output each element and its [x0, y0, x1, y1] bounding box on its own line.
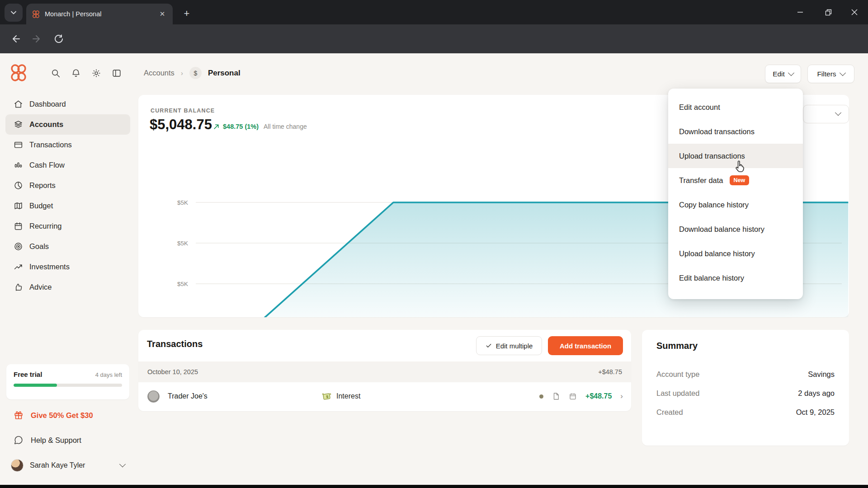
chevron-down-icon [840, 70, 846, 76]
sidebar-item-label: Budget [29, 202, 53, 210]
summary-row: Account typeSavings [656, 370, 835, 379]
breadcrumb-accounts[interactable]: Accounts [144, 69, 175, 77]
tab-search-button[interactable] [5, 4, 23, 22]
new-badge: New [730, 175, 750, 185]
chevron-down-icon [10, 9, 17, 16]
chevron-down-icon [788, 70, 794, 76]
sidebar-item-investments[interactable]: Investments [5, 257, 130, 277]
card-icon [14, 140, 23, 150]
summary-row-value: 2 days ago [798, 389, 835, 398]
add-transaction-button[interactable]: Add transaction [548, 336, 623, 355]
menu-item-download-balance-history[interactable]: Download balance history [668, 217, 803, 241]
sidebar-item-recurring[interactable]: Recurring [5, 216, 130, 236]
map-icon [14, 201, 23, 211]
sidebar-item-label: Recurring [29, 222, 62, 230]
group-date: October 10, 2025 [147, 368, 198, 375]
sidebar-item-dashboard[interactable]: Dashboard [5, 94, 130, 114]
menu-item-copy-balance-history[interactable]: Copy balance history [668, 192, 803, 217]
browser-tab[interactable]: Monarch | Personal ✕ [26, 4, 173, 24]
menu-item-edit-account[interactable]: Edit account [668, 95, 803, 119]
sidebar-item-reports[interactable]: Reports [5, 175, 130, 196]
notifications-bell-icon[interactable] [71, 68, 81, 78]
referral-label: Give 50% Get $30 [31, 411, 93, 420]
sidebar-item-label: Transactions [29, 141, 72, 149]
gift-icon [14, 410, 24, 420]
svg-text:$5K: $5K [177, 240, 188, 247]
filters-button[interactable]: Filters [807, 65, 854, 83]
sidebar-toggle-icon[interactable] [112, 68, 122, 78]
summary-row-label: Account type [656, 370, 699, 379]
note-file-icon[interactable] [552, 392, 560, 400]
check-icon [486, 343, 492, 349]
referral-link[interactable]: Give 50% Get $30 [14, 410, 93, 420]
settings-gear-icon[interactable] [91, 68, 101, 78]
breadcrumb: Accounts › $ Personal [144, 67, 241, 79]
sidebar-item-goals[interactable]: Goals [5, 236, 130, 257]
transaction-row[interactable]: Trader Joe's $ Interest +$48.75 › [138, 382, 631, 410]
sidebar-item-accounts[interactable]: Accounts [5, 114, 130, 135]
sidebar-item-cash-flow[interactable]: Cash Flow [5, 155, 130, 175]
app-root: DashboardAccountsTransactionsCash FlowRe… [0, 53, 868, 485]
cursor-hand-icon [733, 160, 747, 174]
new-tab-button[interactable]: + [180, 7, 193, 20]
menu-item-label: Transfer data [679, 176, 723, 185]
window-close-button[interactable] [844, 5, 864, 20]
free-trial-card: Free trial 4 days left [6, 364, 129, 399]
edit-button[interactable]: Edit [765, 65, 801, 83]
summary-row-label: Last updated [656, 389, 699, 398]
monarch-favicon [32, 10, 40, 19]
edit-dropdown-menu: Edit accountDownload transactionsUpload … [668, 89, 803, 299]
merchant-name: Trader Joe's [168, 392, 208, 400]
sidebar-item-label: Advice [29, 283, 52, 291]
summary-row-value: Oct 9, 2025 [796, 408, 835, 417]
sidebar-item-label: Cash Flow [29, 161, 65, 169]
target-icon [14, 242, 23, 251]
menu-item-label: Download balance history [679, 225, 764, 234]
menu-item-download-transactions[interactable]: Download transactions [668, 119, 803, 144]
breadcrumb-current: Personal [208, 69, 241, 78]
tab-close-icon[interactable]: ✕ [157, 9, 167, 19]
transaction-group-header: October 10, 2025 +$48.75 [138, 361, 631, 382]
monarch-logo[interactable] [9, 63, 28, 82]
svg-text:$5K: $5K [177, 199, 188, 206]
avatar [11, 459, 24, 472]
reload-icon[interactable] [53, 33, 64, 44]
sidebar-item-label: Reports [29, 181, 56, 190]
sidebar-item-transactions[interactable]: Transactions [5, 135, 130, 155]
trial-progress-fill [14, 384, 57, 387]
sidebar-nav: DashboardAccountsTransactionsCash FlowRe… [5, 94, 130, 297]
svg-text:$5K: $5K [177, 281, 188, 287]
menu-item-label: Edit balance history [679, 274, 744, 282]
menu-item-label: Download transactions [679, 127, 755, 136]
forward-icon[interactable] [32, 33, 42, 44]
edit-multiple-label: Edit multiple [496, 342, 533, 350]
summary-row-value: Savings [808, 370, 835, 379]
menu-item-label: Copy balance history [679, 201, 749, 209]
summary-card: Summary Account typeSavingsLast updated2… [642, 330, 849, 446]
sidebar-item-budget[interactable]: Budget [5, 196, 130, 216]
calendar-icon[interactable] [569, 392, 577, 400]
summary-title: Summary [656, 341, 835, 351]
menu-item-label: Upload balance history [679, 249, 755, 258]
group-total: +$48.75 [598, 368, 622, 375]
window-minimize-button[interactable] [790, 5, 810, 20]
screen-bottom-edge [0, 485, 868, 488]
thumb-icon [14, 282, 23, 292]
edit-multiple-button[interactable]: Edit multiple [476, 336, 542, 355]
menu-item-edit-balance-history[interactable]: Edit balance history [668, 266, 803, 290]
menu-item-upload-balance-history[interactable]: Upload balance history [668, 241, 803, 266]
breadcrumb-separator: › [181, 69, 183, 77]
user-menu[interactable]: Sarah Kaye Tyler [11, 459, 125, 472]
chevron-right-icon[interactable]: › [620, 392, 623, 401]
transaction-amount: +$48.75 [585, 392, 612, 400]
help-support-link[interactable]: Help & Support [14, 435, 81, 445]
category-cell[interactable]: $ Interest [322, 392, 360, 401]
menu-item-label: Upload transactions [679, 152, 745, 160]
chat-bubble-icon [14, 435, 24, 445]
back-icon[interactable] [10, 33, 21, 44]
pie-icon [14, 181, 23, 190]
window-restore-button[interactable] [818, 5, 838, 20]
search-icon[interactable] [51, 68, 61, 78]
chart-y-axis-labels: $5K$5K$5K$5K [177, 199, 188, 317]
sidebar-item-advice[interactable]: Advice [5, 277, 130, 297]
